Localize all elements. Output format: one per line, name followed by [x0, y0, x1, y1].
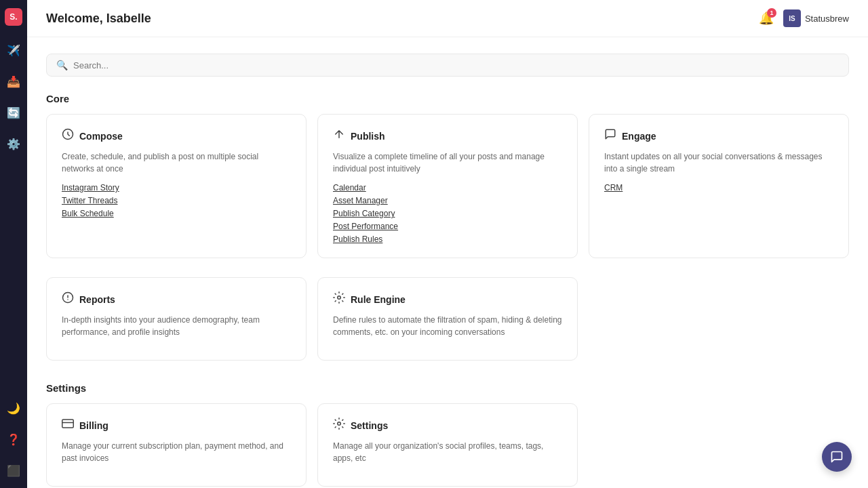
- chat-button[interactable]: [822, 442, 852, 472]
- sidebar-icon-inbox[interactable]: 📥: [4, 72, 23, 91]
- user-info[interactable]: IS Statusbrew: [783, 9, 849, 27]
- svg-rect-5: [62, 420, 74, 428]
- billing-icon: [62, 418, 74, 433]
- content-area: 🔍 Core Compose Create, schedule, and pub…: [27, 37, 868, 488]
- sidebar-icon-refresh[interactable]: 🔄: [4, 103, 23, 122]
- sidebar-icon-terminal[interactable]: ⬛: [4, 461, 23, 480]
- settings-card: Settings Manage all your organization's …: [317, 403, 578, 487]
- sidebar: S. ✈️ 📥 🔄 ⚙️ 🌙 ❓ ⬛: [0, 0, 27, 488]
- settings-cards: Billing Manage your current subscription…: [46, 403, 849, 487]
- compose-link-instagram[interactable]: Instagram Story: [62, 183, 291, 192]
- publish-description: Visualize a complete timeline of all you…: [333, 150, 562, 175]
- search-input[interactable]: [73, 60, 839, 70]
- notification-badge: 1: [767, 8, 776, 18]
- svg-point-4: [338, 296, 341, 300]
- notification-button[interactable]: 🔔 1: [759, 11, 774, 26]
- rule-engine-title: Rule Engine: [351, 294, 406, 305]
- compose-title: Compose: [79, 131, 123, 142]
- user-name: Statusbrew: [805, 14, 849, 24]
- reports-icon: [62, 291, 74, 307]
- publish-links: Calendar Asset Manager Publish Category …: [333, 183, 562, 244]
- compose-links: Instagram Story Twitter Threads Bulk Sch…: [62, 183, 291, 218]
- search-bar: 🔍: [46, 54, 849, 77]
- sidebar-icon-compose[interactable]: ✈️: [4, 41, 23, 60]
- compose-card: Compose Create, schedule, and publish a …: [46, 114, 307, 258]
- user-avatar: IS: [783, 9, 801, 27]
- sidebar-icon-moon[interactable]: 🌙: [4, 399, 23, 418]
- publish-link-rules[interactable]: Publish Rules: [333, 235, 562, 244]
- publish-card: Publish Visualize a complete timeline of…: [317, 114, 578, 258]
- header: Welcome, Isabelle 🔔 1 IS Statusbrew: [27, 0, 868, 37]
- core-cards-row1: Compose Create, schedule, and publish a …: [46, 114, 849, 258]
- rule-engine-description: Define rules to automate the filtration …: [333, 314, 562, 338]
- settings-section-title: Settings: [46, 382, 849, 394]
- rule-engine-icon: [333, 291, 345, 307]
- compose-description: Create, schedule, and publish a post on …: [62, 150, 291, 175]
- billing-description: Manage your current subscription plan, p…: [62, 440, 291, 464]
- main-content: Welcome, Isabelle 🔔 1 IS Statusbrew 🔍 Co…: [27, 0, 868, 488]
- core-section-title: Core: [46, 93, 849, 104]
- sidebar-icon-help[interactable]: ❓: [4, 430, 23, 449]
- engage-description: Instant updates on all your social conve…: [604, 150, 833, 175]
- header-right: 🔔 1 IS Statusbrew: [759, 9, 849, 27]
- publish-link-calendar[interactable]: Calendar: [333, 183, 562, 192]
- publish-title: Publish: [351, 131, 385, 142]
- compose-icon: [62, 128, 74, 144]
- engage-icon: [604, 128, 616, 144]
- core-cards-row2: Reports In-depth insights into your audi…: [46, 277, 849, 361]
- page-title: Welcome, Isabelle: [46, 12, 151, 26]
- sidebar-icon-settings[interactable]: ⚙️: [4, 134, 23, 153]
- settings-icon: [333, 418, 345, 433]
- engage-links: CRM: [604, 183, 833, 192]
- reports-description: In-depth insights into your audience dem…: [62, 314, 291, 338]
- reports-title: Reports: [79, 294, 115, 305]
- reports-card: Reports In-depth insights into your audi…: [46, 277, 307, 361]
- engage-link-crm[interactable]: CRM: [604, 183, 833, 192]
- billing-title: Billing: [79, 420, 108, 431]
- engage-title: Engage: [622, 131, 656, 142]
- publish-link-asset[interactable]: Asset Manager: [333, 196, 562, 205]
- engage-card: Engage Instant updates on all your socia…: [589, 114, 849, 258]
- billing-card: Billing Manage your current subscription…: [46, 403, 307, 487]
- settings-title: Settings: [351, 420, 388, 431]
- publish-icon: [333, 128, 345, 144]
- publish-link-category[interactable]: Publish Category: [333, 209, 562, 218]
- svg-point-7: [338, 422, 341, 426]
- settings-description: Manage all your organization's social pr…: [333, 440, 562, 464]
- compose-link-twitter[interactable]: Twitter Threads: [62, 196, 291, 205]
- rule-engine-card: Rule Engine Define rules to automate the…: [317, 277, 578, 361]
- search-icon: 🔍: [56, 60, 68, 70]
- sidebar-logo[interactable]: S.: [5, 8, 22, 26]
- publish-link-performance[interactable]: Post Performance: [333, 222, 562, 231]
- compose-link-bulk[interactable]: Bulk Schedule: [62, 209, 291, 218]
